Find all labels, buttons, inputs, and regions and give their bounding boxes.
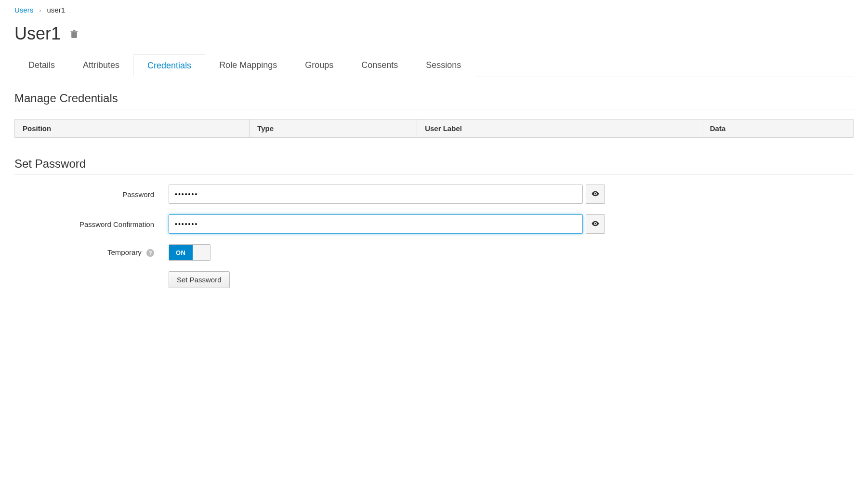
breadcrumb: Users › user1 <box>14 0 854 24</box>
eye-icon <box>591 189 600 199</box>
trash-icon[interactable] <box>69 28 79 40</box>
password-confirmation-input[interactable] <box>169 214 583 234</box>
toggle-on-label: ON <box>169 245 193 260</box>
tab-role-mappings[interactable]: Role Mappings <box>205 54 291 77</box>
eye-icon <box>591 219 600 229</box>
page-title: User1 <box>14 24 61 44</box>
set-password-button[interactable]: Set Password <box>169 271 230 288</box>
tab-credentials[interactable]: Credentials <box>133 54 205 77</box>
password-confirmation-visibility-toggle[interactable] <box>586 214 605 234</box>
temporary-toggle[interactable]: ON <box>169 244 210 261</box>
password-input[interactable] <box>169 185 583 204</box>
tab-sessions[interactable]: Sessions <box>412 54 475 77</box>
credentials-table-header: Position Type User Label Data <box>14 119 854 138</box>
table-header-position: Position <box>15 119 250 137</box>
section-title-manage-credentials: Manage Credentials <box>14 92 854 109</box>
password-label: Password <box>14 190 169 199</box>
temporary-label: Temporary ? <box>14 248 169 257</box>
toggle-off-handle <box>193 245 210 260</box>
table-header-type: Type <box>250 119 417 137</box>
breadcrumb-link-users[interactable]: Users <box>14 6 33 14</box>
tab-attributes[interactable]: Attributes <box>69 54 133 77</box>
breadcrumb-separator: › <box>39 7 41 14</box>
tab-details[interactable]: Details <box>14 54 69 77</box>
password-confirmation-label: Password Confirmation <box>14 220 169 228</box>
tab-groups[interactable]: Groups <box>291 54 347 77</box>
help-icon[interactable]: ? <box>146 249 154 257</box>
password-visibility-toggle[interactable] <box>586 185 605 204</box>
section-title-set-password: Set Password <box>14 157 854 175</box>
tabs: Details Attributes Credentials Role Mapp… <box>14 53 854 77</box>
form-row-password-confirmation: Password Confirmation <box>14 214 854 234</box>
form-row-temporary: Temporary ? ON <box>14 244 854 261</box>
breadcrumb-current: user1 <box>47 6 66 14</box>
table-header-data: Data <box>702 119 853 137</box>
form-row-password: Password <box>14 185 854 204</box>
table-header-user-label: User Label <box>417 119 702 137</box>
page-header: User1 <box>14 24 854 44</box>
tab-consents[interactable]: Consents <box>347 54 412 77</box>
